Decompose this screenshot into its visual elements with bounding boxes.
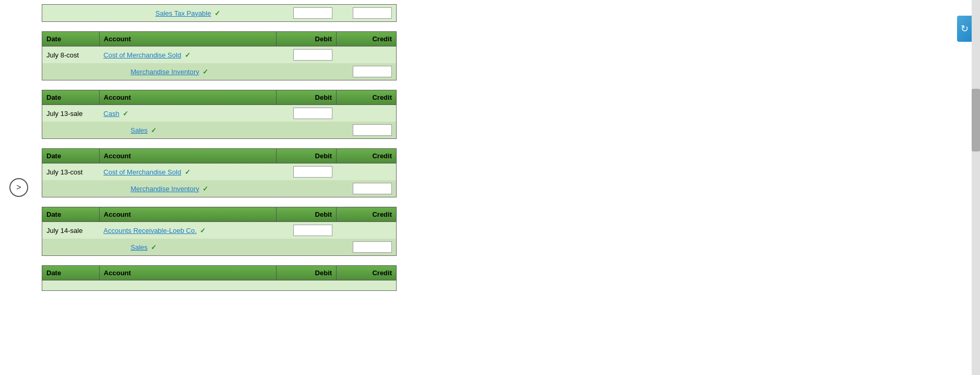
debit-input-sales-tax[interactable] — [293, 7, 332, 19]
account-link-cost-merch-1[interactable]: Cost of Merchandise Sold — [103, 51, 181, 59]
header-debit: Debit — [277, 149, 337, 163]
account-link-sales-2[interactable]: Sales — [130, 243, 148, 251]
header-date: Date — [42, 90, 100, 105]
header-row: Date Account Debit Credit — [42, 32, 397, 46]
header-credit: Credit — [337, 266, 397, 280]
content-area: Sales Tax Payable ✓ — [31, 0, 980, 375]
account-link-sales-tax[interactable]: Sales Tax Payable — [156, 9, 211, 17]
table-row: Merchandise Inventory ✓ — [42, 180, 397, 197]
header-date: Date — [42, 207, 100, 222]
checkmark: ✓ — [151, 126, 157, 134]
header-row: Date Account Debit Credit — [42, 90, 397, 105]
debit-cell — [277, 222, 337, 239]
account-cell: Sales ✓ — [99, 239, 276, 256]
account-cell: Accounts Receivable-Loeb Co. ✓ — [99, 222, 276, 239]
checkmark: ✓ — [202, 185, 208, 193]
header-debit: Debit — [277, 207, 337, 222]
header-account: Account — [99, 90, 276, 105]
credit-input-sales-1[interactable] — [353, 124, 392, 136]
debit-input-ar-loeb[interactable] — [293, 225, 332, 236]
header-date: Date — [42, 32, 100, 46]
date-cell — [42, 122, 100, 139]
checkmark: ✓ — [202, 68, 208, 76]
credit-cell — [337, 105, 397, 122]
checkmark: ✓ — [200, 227, 206, 235]
debit-cell — [277, 63, 337, 80]
date-cell: July 13-sale — [42, 105, 100, 122]
date-cell: July 8-cost — [42, 46, 100, 64]
account-cell: Merchandise Inventory ✓ — [99, 63, 276, 80]
credit-input-sales-2[interactable] — [353, 241, 392, 253]
debit-cell — [277, 239, 337, 256]
table-row — [42, 280, 397, 291]
credit-input-merch-inv-2[interactable] — [353, 183, 392, 194]
date-cell: July 14-sale — [42, 222, 100, 239]
header-debit: Debit — [277, 266, 337, 280]
header-credit: Credit — [337, 149, 397, 163]
debit-cell — [277, 122, 337, 139]
debit-cell — [277, 105, 337, 122]
table-row: Sales ✓ — [42, 122, 397, 139]
header-credit: Credit — [337, 90, 397, 105]
account-link-merch-inv-1[interactable]: Merchandise Inventory — [130, 68, 199, 76]
main-container: > ↻ Sales Tax Payable ✓ — [0, 0, 980, 375]
table-row: July 14-sale Accounts Receivable-Loeb Co… — [42, 222, 397, 239]
table-row: July 13-sale Cash ✓ — [42, 105, 397, 122]
credit-cell — [337, 163, 397, 181]
table-row: Sales Tax Payable ✓ — [42, 5, 397, 22]
table-bottom-partial: Date Account Debit Credit — [42, 265, 397, 291]
credit-cell — [337, 122, 397, 139]
header-account: Account — [99, 149, 276, 163]
date-cell — [42, 63, 100, 80]
account-link-merch-inv-2[interactable]: Merchandise Inventory — [130, 185, 199, 193]
header-row: Date Account Debit Credit — [42, 207, 397, 222]
date-cell — [42, 239, 100, 256]
debit-cell — [277, 180, 337, 197]
date-cell — [42, 180, 100, 197]
account-link-cash[interactable]: Cash — [103, 110, 119, 118]
credit-input-sales-tax[interactable] — [353, 7, 392, 19]
account-cell: Sales Tax Payable ✓ — [99, 5, 276, 22]
header-account: Account — [99, 207, 276, 222]
table-july13-cost: Date Account Debit Credit July 13-cost C… — [42, 148, 397, 197]
header-debit: Debit — [277, 90, 337, 105]
account-cell: Merchandise Inventory ✓ — [99, 180, 276, 197]
account-link-cost-merch-2[interactable]: Cost of Merchandise Sold — [103, 168, 181, 176]
credit-cell — [337, 222, 397, 239]
header-date: Date — [42, 266, 100, 280]
header-row: Date Account Debit Credit — [42, 266, 397, 280]
credit-cell — [337, 239, 397, 256]
checkmark: ✓ — [185, 168, 190, 176]
header-debit: Debit — [277, 32, 337, 46]
date-cell — [42, 5, 100, 22]
header-date: Date — [42, 149, 100, 163]
debit-input-cash[interactable] — [293, 108, 332, 119]
header-row: Date Account Debit Credit — [42, 149, 397, 163]
credit-cell — [337, 63, 397, 80]
header-account: Account — [99, 32, 276, 46]
header-credit: Credit — [337, 32, 397, 46]
header-account: Account — [99, 266, 276, 280]
account-cell: Sales ✓ — [99, 122, 276, 139]
checkmark: ✓ — [151, 243, 157, 251]
debit-input-cost-merch-2[interactable] — [293, 166, 332, 178]
tables-wrapper: Sales Tax Payable ✓ — [42, 0, 970, 291]
table-july14-sale: Date Account Debit Credit July 14-sale A… — [42, 207, 397, 256]
account-cell: Cost of Merchandise Sold ✓ — [99, 163, 276, 181]
account-cell: Cost of Merchandise Sold ✓ — [99, 46, 276, 64]
checkmark: ✓ — [214, 9, 220, 17]
credit-cell — [337, 180, 397, 197]
checkmark: ✓ — [123, 110, 128, 118]
account-link-sales-1[interactable]: Sales — [130, 126, 148, 134]
account-link-ar-loeb[interactable]: Accounts Receivable-Loeb Co. — [103, 227, 197, 235]
credit-cell — [337, 5, 397, 22]
nav-arrow[interactable]: > — [9, 178, 28, 197]
debit-cell — [277, 46, 337, 64]
debit-input-cost-merch-1[interactable] — [293, 49, 332, 61]
credit-input-merch-inv-1[interactable] — [353, 66, 392, 77]
table-top-partial: Sales Tax Payable ✓ — [42, 4, 397, 22]
header-credit: Credit — [337, 207, 397, 222]
account-cell: Cash ✓ — [99, 105, 276, 122]
table-row: July 13-cost Cost of Merchandise Sold ✓ — [42, 163, 397, 181]
debit-cell — [277, 5, 337, 22]
